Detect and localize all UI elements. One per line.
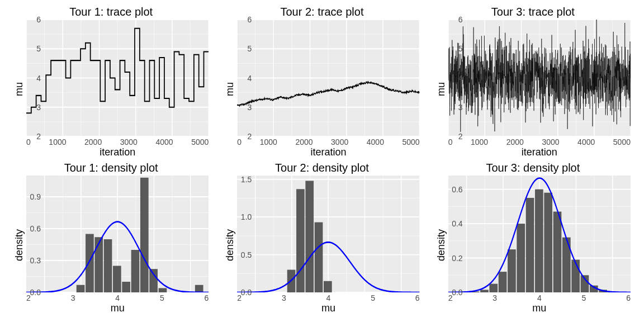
- dens2-xlabel: mu: [237, 302, 419, 314]
- trace2-title: Tour 2: trace plot: [224, 6, 419, 18]
- svg-rect-83: [104, 239, 112, 292]
- trace3-xticks: 010002000300040005000: [448, 138, 631, 146]
- dens3-xticks: 23456: [448, 293, 631, 302]
- svg-rect-131: [480, 290, 489, 292]
- svg-rect-84: [113, 266, 121, 293]
- svg-rect-82: [94, 237, 103, 292]
- svg-rect-88: [149, 269, 158, 292]
- dens2-panel: 0.00.51.01.5: [237, 176, 419, 292]
- trace2-xticks: 010002000300040005000: [237, 138, 419, 146]
- svg-rect-81: [86, 234, 94, 293]
- dens1-xticks: 23456: [26, 293, 209, 302]
- svg-rect-111: [315, 222, 323, 292]
- svg-rect-112: [324, 281, 332, 292]
- dens2-cell: Tour 2: density plot density 0.00.51.01.…: [224, 162, 419, 314]
- trace1-title: Tour 1: trace plot: [13, 6, 209, 18]
- trace3-ylabel: mu: [435, 20, 447, 158]
- dens1-xlabel: mu: [26, 302, 209, 314]
- svg-rect-90: [195, 285, 203, 292]
- svg-rect-85: [122, 282, 130, 292]
- trace2-xlabel: iteration: [237, 146, 419, 158]
- trace1-cell: Tour 1: trace plot mu 23456 010002000300…: [13, 6, 209, 158]
- svg-rect-89: [159, 288, 167, 292]
- dens3-xlabel: mu: [448, 302, 631, 314]
- svg-rect-132: [489, 284, 498, 292]
- dens3-panel: 0.00.20.40.6: [448, 176, 631, 292]
- trace1-panel: 23456: [26, 20, 209, 136]
- dens1-ylabel: density: [13, 176, 25, 314]
- trace3-title: Tour 3: trace plot: [435, 6, 631, 18]
- svg-rect-110: [306, 181, 314, 292]
- dens1-panel: 0.00.30.60.9: [26, 176, 209, 292]
- trace2-cell: Tour 2: trace plot mu 23456 010002000300…: [224, 6, 419, 158]
- trace2-ylabel: mu: [224, 20, 236, 158]
- svg-rect-137: [535, 190, 543, 292]
- svg-rect-139: [553, 212, 561, 292]
- svg-rect-141: [571, 260, 580, 292]
- dens2-ylabel: density: [224, 176, 236, 314]
- dens1-title: Tour 1: density plot: [13, 162, 209, 174]
- svg-rect-87: [140, 178, 149, 292]
- dens3-ylabel: density: [435, 176, 447, 314]
- dens2-xticks: 23456: [237, 293, 419, 302]
- dens3-cell: Tour 3: density plot density 0.00.20.40.…: [435, 162, 631, 314]
- svg-rect-133: [498, 272, 506, 292]
- trace1-ylabel: mu: [13, 20, 25, 158]
- svg-rect-80: [77, 285, 85, 292]
- trace3-xlabel: iteration: [448, 146, 631, 158]
- dens1-cell: Tour 1: density plot density 0.00.30.60.…: [13, 162, 209, 314]
- trace1-xticks: 010002000300040005000: [26, 138, 209, 146]
- svg-rect-138: [544, 193, 552, 292]
- chart-grid: Tour 1: trace plot mu 23456 010002000300…: [0, 0, 644, 322]
- trace2-panel: 23456: [237, 20, 419, 136]
- trace1-xlabel: iteration: [26, 146, 209, 158]
- trace3-cell: Tour 3: trace plot mu 23456 010002000300…: [435, 6, 631, 158]
- trace3-panel: 23456: [448, 20, 631, 136]
- svg-rect-136: [525, 198, 534, 292]
- svg-rect-109: [296, 189, 305, 292]
- svg-rect-134: [508, 249, 516, 292]
- svg-rect-86: [131, 250, 140, 292]
- svg-rect-135: [517, 224, 525, 292]
- dens2-title: Tour 2: density plot: [224, 162, 419, 174]
- dens3-title: Tour 3: density plot: [435, 162, 631, 174]
